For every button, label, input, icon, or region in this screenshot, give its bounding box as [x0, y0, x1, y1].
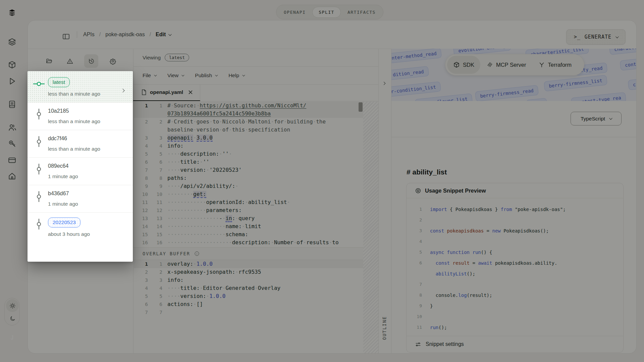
version-hash: ddc7f46 — [48, 135, 67, 142]
version-badge: latest — [48, 77, 70, 87]
version-history-dropdown: latestless than a minute ago10a2185less … — [28, 71, 133, 262]
version-item-b436d67[interactable]: b436d671 minute ago — [28, 185, 133, 213]
version-hash: 089ec64 — [48, 162, 68, 170]
version-timestamp: less than a minute ago — [48, 91, 133, 102]
version-timestamp: about 3 hours ago — [48, 231, 133, 243]
version-hash: 10a2185 — [48, 107, 69, 115]
chevron-right-icon — [121, 87, 124, 93]
version-badge: 20220523 — [48, 217, 80, 227]
version-timestamp: 1 minute ago — [48, 173, 133, 185]
version-item-ddc7f46[interactable]: ddc7f46less than a minute ago — [28, 130, 133, 158]
version-timestamp: 1 minute ago — [48, 201, 133, 212]
version-hash: b436d67 — [48, 190, 69, 197]
version-timestamp: less than a minute ago — [48, 146, 133, 157]
version-item-089ec64[interactable]: 089ec641 minute ago — [28, 158, 133, 185]
version-item-10a2185[interactable]: 10a2185less than a minute ago — [28, 103, 133, 130]
version-item-latest[interactable]: latestless than a minute ago — [28, 71, 133, 103]
app-screen: J OPENAPI SPLIT ARTIFACTS APIs / poke-ap… — [0, 0, 644, 362]
version-item-20220523[interactable]: 20220523about 3 hours ago — [28, 213, 133, 243]
version-timestamp: less than a minute ago — [48, 118, 133, 130]
